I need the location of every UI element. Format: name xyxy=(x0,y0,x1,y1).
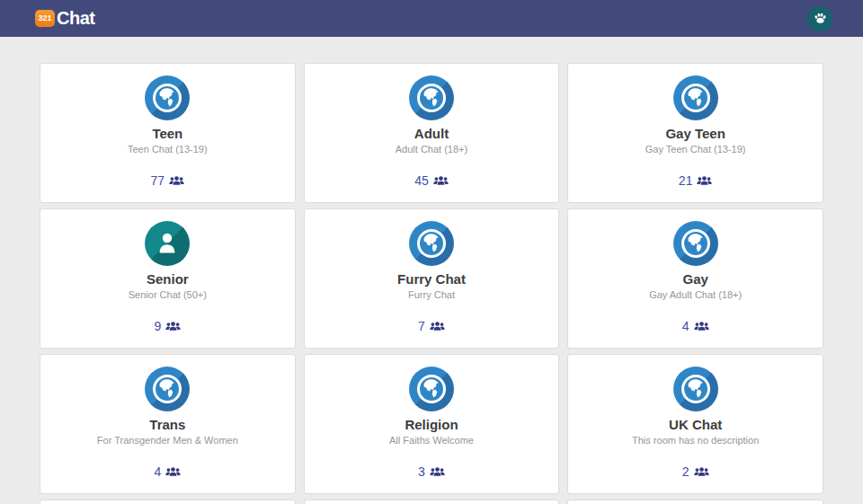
room-user-count-number: 4 xyxy=(682,319,690,333)
room-grid: Teen Teen Chat (13-19) 77 Adult Adult Ch xyxy=(40,37,823,504)
users-icon xyxy=(694,466,709,478)
room-user-count-number: 45 xyxy=(414,173,429,188)
person-icon xyxy=(145,221,190,266)
globe-icon xyxy=(409,75,454,120)
room-title: Adult xyxy=(414,126,449,141)
room-card[interactable]: Adult Adult Chat (18+) 45 xyxy=(304,63,560,203)
logo-text: Chat xyxy=(57,8,94,29)
room-title: Gay Teen xyxy=(665,126,725,141)
globe-icon xyxy=(145,367,190,411)
app-logo[interactable]: 321 Chat xyxy=(35,8,94,29)
paw-icon xyxy=(813,11,828,26)
globe-icon xyxy=(673,367,718,411)
room-title: Trans xyxy=(149,417,185,432)
room-user-count-number: 7 xyxy=(418,319,425,333)
room-card[interactable]: Senior Senior Chat (50+) 9 xyxy=(40,208,296,349)
room-card[interactable]: Furry Chat Furry Chat 7 xyxy=(304,208,560,349)
globe-icon xyxy=(145,75,190,120)
room-user-count[interactable]: 4 xyxy=(682,319,709,333)
users-icon xyxy=(697,175,712,187)
room-title: Gay xyxy=(682,271,707,287)
room-card-partial[interactable] xyxy=(304,500,560,504)
globe-icon xyxy=(673,75,718,120)
users-icon xyxy=(169,175,184,187)
room-user-count[interactable]: 45 xyxy=(414,173,449,188)
room-card[interactable]: Trans For Transgender Men & Women 4 xyxy=(40,354,296,494)
room-user-count[interactable]: 2 xyxy=(682,464,709,479)
room-card-partial[interactable] xyxy=(567,500,823,504)
room-user-count-number: 77 xyxy=(151,173,165,188)
room-user-count[interactable]: 4 xyxy=(154,464,181,479)
room-card[interactable]: Religion All Faiths Welcome 3 xyxy=(304,354,560,494)
room-user-count[interactable]: 21 xyxy=(679,173,713,188)
users-icon xyxy=(694,321,709,332)
globe-icon xyxy=(673,221,718,266)
room-card-partial[interactable] xyxy=(40,500,296,504)
room-user-count[interactable]: 77 xyxy=(151,173,185,188)
room-description: Adult Chat (18+) xyxy=(396,144,467,155)
room-description: For Transgender Men & Women xyxy=(97,435,238,446)
room-description: This room has no description xyxy=(632,435,759,446)
room-user-count[interactable]: 3 xyxy=(418,464,445,479)
room-description: Furry Chat xyxy=(408,289,455,300)
room-description: Teen Chat (13-19) xyxy=(128,144,208,155)
users-icon xyxy=(433,175,449,187)
room-description: Senior Chat (50+) xyxy=(129,289,207,300)
room-user-count-number: 4 xyxy=(154,464,161,479)
users-icon xyxy=(430,466,445,478)
app-header: 321 Chat xyxy=(0,0,863,37)
room-user-count-number: 3 xyxy=(418,464,425,479)
room-user-count-number: 9 xyxy=(154,319,161,333)
room-description: Gay Adult Chat (18+) xyxy=(649,289,742,300)
paw-button[interactable] xyxy=(807,6,832,31)
room-title: Religion xyxy=(405,417,458,432)
users-icon xyxy=(165,466,181,478)
room-card[interactable]: UK Chat This room has no description 2 xyxy=(567,354,823,494)
users-icon xyxy=(165,321,181,332)
room-user-count[interactable]: 7 xyxy=(418,319,445,333)
logo-badge-321: 321 xyxy=(35,10,55,27)
room-user-count[interactable]: 9 xyxy=(154,319,181,333)
room-card[interactable]: Gay Teen Gay Teen Chat (13-19) 21 xyxy=(567,63,823,203)
room-card[interactable]: Gay Gay Adult Chat (18+) 4 xyxy=(567,208,823,349)
room-user-count-number: 2 xyxy=(682,464,690,479)
room-description: All Faiths Welcome xyxy=(389,435,474,446)
globe-icon xyxy=(409,367,454,411)
room-title: Furry Chat xyxy=(397,271,466,287)
room-title: UK Chat xyxy=(669,417,722,432)
room-card[interactable]: Teen Teen Chat (13-19) 77 xyxy=(40,63,296,203)
globe-icon xyxy=(409,221,454,266)
room-user-count-number: 21 xyxy=(679,173,693,188)
room-title: Teen xyxy=(152,126,182,141)
room-description: Gay Teen Chat (13-19) xyxy=(645,144,746,155)
room-title: Senior xyxy=(147,271,189,287)
users-icon xyxy=(430,321,445,332)
